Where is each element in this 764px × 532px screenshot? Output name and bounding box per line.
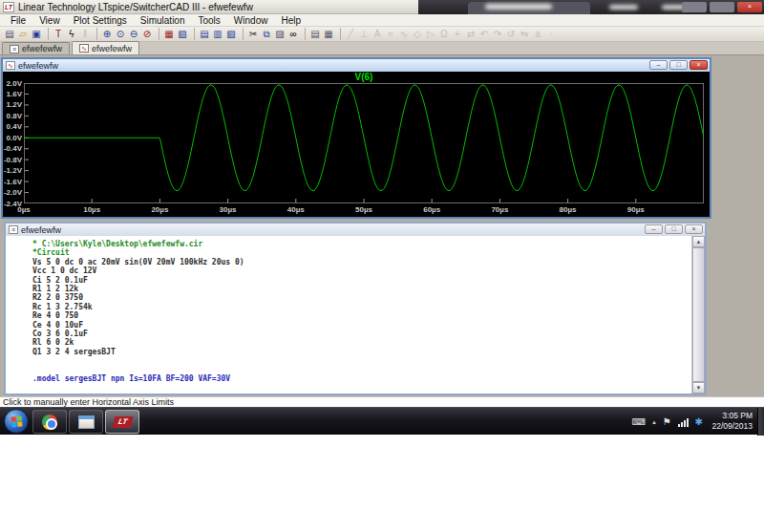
waveform-window-titlebar[interactable]: ∿ efwefewfw – □ × — [3, 59, 710, 72]
copy-icon[interactable]: ⧉ — [260, 28, 273, 41]
browser-minimize-button[interactable] — [682, 2, 707, 12]
show-hidden-icons-arrow[interactable]: ▴ — [652, 418, 656, 426]
netlist-vertical-scrollbar[interactable]: ▲ ▼ — [691, 236, 705, 394]
taskbar-clock[interactable]: 3:05 PM 22/09/2013 — [711, 411, 753, 432]
scrollbar-thumb[interactable] — [692, 247, 705, 382]
print-preview-icon[interactable]: ▤ — [308, 28, 322, 41]
waveform-window: ∿ efwefewfw – □ × V(6) 2.0V1.6V1.2V0.8V0… — [1, 57, 711, 219]
label-net-icon: A — [371, 28, 384, 41]
clock-date: 22/09/2013 — [711, 421, 753, 432]
netlist-line: Vcc 1 0 dc 12V — [6, 266, 705, 275]
diode-icon: ▷ — [424, 28, 437, 41]
netlist-line: Q1 3 2 4 sergesBJT — [6, 348, 705, 356]
autorange-icon[interactable]: ▦ — [162, 28, 176, 41]
tab-efwefewfw-1[interactable]: ∿efwefewfw — [72, 41, 139, 54]
background-browser-titlebar: × — [418, 0, 764, 14]
waveform-close-button[interactable]: × — [690, 60, 708, 70]
netlist-window-titlebar[interactable]: ≡ efwefewfw – □ × — [6, 223, 705, 236]
menu-tools[interactable]: Tools — [191, 14, 226, 26]
tab-efwefewfw-0[interactable]: ≡efwefewfw — [2, 42, 70, 54]
find-icon[interactable]: ∞ — [286, 28, 300, 41]
draw-wire-icon: ╱ — [344, 28, 357, 41]
ltspice-app-icon: LT — [3, 2, 14, 12]
tab-label: efwefewfw — [92, 44, 132, 53]
netlist-editor[interactable]: * C:\Users\Kyle\Desktop\efwefewfw.cir*Ci… — [6, 236, 705, 394]
run-simulation-icon[interactable]: ϟ — [65, 28, 78, 41]
menu-plot-settings[interactable]: Plot Settings — [67, 14, 134, 26]
text-icon: a — [531, 28, 544, 41]
drag-icon: ⇄ — [464, 28, 478, 41]
menu-simulation[interactable]: Simulation — [134, 14, 192, 26]
netlist-line: Ci 5 2 0.1uF — [6, 276, 705, 285]
waveform-maximize-button[interactable]: □ — [669, 60, 688, 70]
zoom-extents-icon[interactable]: ⊙ — [114, 28, 127, 41]
inductor-icon: ◇ — [411, 28, 424, 41]
windows-update-icon[interactable]: ✱ — [695, 416, 703, 427]
menu-help[interactable]: Help — [274, 14, 308, 26]
x-axis-tick-label: 10µs — [83, 205, 100, 214]
x-axis-tick-label: 50µs — [355, 205, 372, 214]
scroll-up-arrow[interactable]: ▲ — [692, 236, 705, 247]
zoom-out-icon[interactable]: ⊖ — [127, 28, 140, 41]
browser-close-button[interactable]: × — [737, 2, 762, 12]
trace-label-v6[interactable]: V(6) — [355, 72, 373, 82]
network-signal-icon[interactable] — [678, 417, 689, 427]
netlist-line: Co 3 6 0.1uF — [6, 330, 705, 338]
netlist-minimize-button[interactable]: – — [645, 224, 663, 234]
ltspice-logo-icon: LT — [112, 416, 133, 428]
cascade-windows-icon[interactable]: ▧ — [224, 28, 238, 41]
netlist-close-button[interactable]: × — [685, 224, 703, 234]
new-file-icon[interactable]: ▤ — [3, 28, 16, 41]
tile-horizontal-icon[interactable]: ▤ — [198, 28, 211, 41]
save-icon[interactable]: ▣ — [30, 28, 43, 41]
chrome-taskbar-button[interactable] — [32, 410, 67, 434]
scroll-down-arrow[interactable]: ▼ — [692, 382, 705, 394]
plot-pane-icon[interactable]: ▧ — [176, 28, 189, 41]
action-center-flag-icon[interactable]: ⚑ — [663, 416, 671, 427]
zoom-back-icon[interactable]: ⊘ — [140, 28, 154, 41]
browser-maximize-button[interactable] — [710, 2, 734, 12]
keyboard-icon[interactable]: ⌨ — [632, 416, 646, 427]
x-axis-tick-label: 20µs — [151, 205, 168, 214]
menu-window[interactable]: Window — [227, 14, 275, 26]
y-axis-tick-label: -0.4V — [3, 144, 22, 153]
waveform-caption-buttons: – □ × — [649, 60, 708, 70]
tile-vertical-icon[interactable]: ▥ — [211, 28, 224, 41]
component-lib-icon: Ω — [437, 28, 451, 41]
open-file-icon[interactable]: ▱ — [16, 28, 30, 41]
x-axis-tick-label: 30µs — [220, 205, 237, 214]
y-axis-tick-label: -2.0V — [3, 188, 22, 197]
x-axis-tick-label: 80µs — [560, 205, 577, 214]
rotate-icon: ↺ — [504, 28, 518, 41]
app-titlebar: LT Linear Technology LTspice/SwitcherCAD… — [0, 0, 764, 14]
ltspice-taskbar-button[interactable]: LT — [105, 410, 139, 434]
y-axis-tick-label: 0.0V — [3, 134, 22, 142]
netlist-line: Vs 5 0 dc 0 ac 20mV sin(0V 20mV 100kHz 2… — [6, 258, 705, 266]
show-desktop-button[interactable] — [757, 408, 764, 436]
waveform-canvas[interactable] — [24, 83, 704, 203]
netlist-maximize-button[interactable]: □ — [665, 224, 683, 234]
mdi-client-area: ∿ efwefewfw – □ × V(6) 2.0V1.6V1.2V0.8V0… — [0, 55, 764, 396]
trace-v6[interactable] — [24, 85, 704, 191]
start-button[interactable] — [4, 409, 29, 434]
menu-file[interactable]: File — [4, 14, 32, 26]
netlist-line: Rc 1 3 2.754k — [6, 303, 705, 311]
explorer-taskbar-button[interactable] — [69, 410, 103, 434]
waveform-window-icon: ∿ — [6, 61, 15, 70]
component-icon[interactable]: T — [52, 28, 65, 41]
waveform-plot-area[interactable]: V(6) 2.0V1.6V1.2V0.8V0.4V0.0V-0.4V-0.8V-… — [3, 72, 710, 217]
print-icon[interactable]: ▦ — [322, 28, 335, 41]
cut-icon[interactable]: ✂ — [246, 28, 260, 41]
blurred-tab-text — [485, 4, 552, 10]
zoom-in-icon[interactable]: ⊕ — [100, 28, 114, 41]
menu-view[interactable]: View — [32, 14, 67, 26]
netlist-window: ≡ efwefewfw – □ × * C:\Users\Kyle\Deskto… — [4, 222, 707, 395]
system-tray: ⌨ ▴ ⚑ ✱ — [632, 408, 703, 436]
y-axis-tick-label: 0.8V — [3, 112, 22, 120]
paste-icon[interactable]: ▨ — [273, 28, 286, 41]
toolbar-separator — [95, 28, 97, 40]
menu-bar: FileViewPlot SettingsSimulationToolsWind… — [0, 14, 764, 27]
netlist-tab-icon: ≡ — [10, 45, 19, 53]
undo-icon: ↶ — [478, 28, 491, 41]
waveform-minimize-button[interactable]: – — [649, 60, 668, 70]
